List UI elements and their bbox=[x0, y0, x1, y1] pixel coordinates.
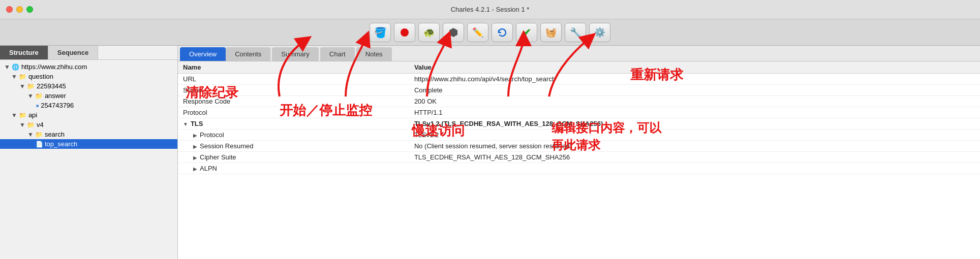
tree-label-top-search: top_search bbox=[45, 140, 77, 148]
tab-notes[interactable]: Notes bbox=[356, 47, 392, 61]
tree-label-254743796: 254743796 bbox=[41, 102, 74, 109]
tree-item-top-search[interactable]: 📄 top_search bbox=[0, 139, 177, 149]
settings-button[interactable]: ⚙️ bbox=[589, 23, 610, 42]
cell-name: ▶Protocol bbox=[178, 130, 409, 141]
expand-arrow-alpn[interactable]: ▶ bbox=[193, 166, 197, 172]
cell-name: Protocol bbox=[178, 107, 409, 118]
file-icon: 📄 bbox=[36, 141, 43, 148]
folder-icon-search: 📁 bbox=[35, 131, 43, 138]
cell-value: 200 OK bbox=[409, 96, 980, 107]
window-title: Charles 4.2.1 - Session 1 * bbox=[451, 6, 530, 13]
cell-name: URL bbox=[178, 74, 409, 85]
table-row-session-resumed: ▶Session Resumed No (Client session resu… bbox=[178, 141, 980, 152]
table-row: Protocol HTTP/1.1 bbox=[178, 107, 980, 118]
cell-name: Response Code bbox=[178, 96, 409, 107]
close-button[interactable] bbox=[6, 6, 13, 13]
content-tabs: Overview Contents Summary Chart Notes bbox=[178, 46, 980, 61]
cell-name: ▶Session Resumed bbox=[178, 141, 409, 152]
svg-point-0 bbox=[401, 28, 409, 37]
title-bar: Charles 4.2.1 - Session 1 * bbox=[0, 0, 980, 19]
content-area: Overview Contents Summary Chart Notes Na… bbox=[178, 46, 980, 259]
tree-item-22593445[interactable]: ▼ 📁 22593445 bbox=[0, 81, 177, 91]
refresh-button[interactable] bbox=[492, 23, 513, 42]
tree-label-api: api bbox=[28, 111, 37, 119]
cell-value: TLS_ECDHE_RSA_WITH_AES_128_GCM_SHA256 bbox=[409, 152, 980, 163]
sidebar: Structure Sequence ▼ 🌐 https://www.zhihu… bbox=[0, 46, 178, 259]
cell-value: https://www.zhihu.com/api/v4/search/top_… bbox=[409, 74, 980, 85]
tree-item-api[interactable]: ▼ 📁 api bbox=[0, 110, 177, 120]
tree-item-question[interactable]: ▼ 📁 question bbox=[0, 72, 177, 81]
tree-label-answer: answer bbox=[45, 92, 66, 100]
tab-chart[interactable]: Chart bbox=[320, 47, 355, 61]
expand-arrow-tls[interactable]: ▼ bbox=[183, 121, 188, 127]
tree-label-22593445: 22593445 bbox=[37, 82, 66, 90]
triangle-down-icon-3: ▼ bbox=[19, 83, 25, 90]
expand-arrow-cipher[interactable]: ▶ bbox=[193, 155, 197, 160]
tree-item-answer[interactable]: ▼ 📁 answer bbox=[0, 91, 177, 101]
folder-icon-22593445: 📁 bbox=[27, 83, 35, 90]
cell-value bbox=[409, 163, 980, 174]
cell-value: Complete bbox=[409, 85, 980, 96]
triangle-down-icon-2: ▼ bbox=[11, 73, 17, 80]
globe-icon: 🌐 bbox=[12, 63, 19, 71]
triangle-down-icon: ▼ bbox=[4, 63, 10, 71]
window-controls bbox=[6, 6, 33, 13]
record-button[interactable] bbox=[394, 23, 415, 42]
cell-name: ▼TLS bbox=[178, 118, 409, 130]
tools-button[interactable]: 🔧 bbox=[565, 23, 586, 42]
check-button[interactable]: ✔ bbox=[516, 23, 537, 42]
cell-value: TLSv1.2 (TLS_ECDHE_RSA_WITH_AES_128_GCM_… bbox=[409, 118, 980, 130]
table-row-tls: ▼TLS TLSv1.2 (TLS_ECDHE_RSA_WITH_AES_128… bbox=[178, 118, 980, 130]
circle-icon: ● bbox=[36, 102, 39, 109]
maximize-button[interactable] bbox=[26, 6, 33, 13]
tab-summary[interactable]: Summary bbox=[272, 47, 319, 61]
expand-arrow-session[interactable]: ▶ bbox=[193, 144, 197, 149]
tree-item-v4[interactable]: ▼ 📁 v4 bbox=[0, 120, 177, 130]
cell-name: Status bbox=[178, 85, 409, 96]
triangle-down-icon-7: ▼ bbox=[27, 131, 34, 138]
triangle-down-icon-6: ▼ bbox=[19, 121, 25, 128]
broom-button[interactable]: 🪣 bbox=[370, 23, 391, 42]
col-name: Name bbox=[178, 61, 409, 74]
svg-marker-1 bbox=[449, 28, 457, 37]
table-row-alpn: ▶ALPN bbox=[178, 163, 980, 174]
turtle-button[interactable]: 🐢 bbox=[418, 23, 440, 42]
stop-button[interactable] bbox=[443, 23, 464, 42]
main-area: Structure Sequence ▼ 🌐 https://www.zhihu… bbox=[0, 46, 980, 259]
tab-overview[interactable]: Overview bbox=[180, 47, 226, 61]
tree-item-zhihu[interactable]: ▼ 🌐 https://www.zhihu.com bbox=[0, 62, 177, 72]
folder-icon-api: 📁 bbox=[19, 112, 26, 119]
expand-arrow-protocol[interactable]: ▶ bbox=[193, 133, 197, 138]
table-row: URL https://www.zhihu.com/api/v4/search/… bbox=[178, 74, 980, 85]
tree-item-254743796[interactable]: ● 254743796 bbox=[0, 101, 177, 110]
tree-label-search: search bbox=[45, 131, 65, 138]
cell-name: ▶Cipher Suite bbox=[178, 152, 409, 163]
tab-contents[interactable]: Contents bbox=[226, 47, 270, 61]
sidebar-tab-sequence[interactable]: Sequence bbox=[48, 46, 98, 59]
tree-label-question: question bbox=[28, 73, 53, 80]
sidebar-tab-structure[interactable]: Structure bbox=[0, 46, 48, 59]
content-table: Name Value URL https://www.zhihu.com/api… bbox=[178, 61, 980, 259]
cell-name: ▶ALPN bbox=[178, 163, 409, 174]
sidebar-tabs: Structure Sequence bbox=[0, 46, 177, 60]
folder-icon-v4: 📁 bbox=[27, 121, 35, 128]
triangle-down-icon-4: ▼ bbox=[27, 92, 34, 100]
table-row-cipher: ▶Cipher Suite TLS_ECDHE_RSA_WITH_AES_128… bbox=[178, 152, 980, 163]
edit-button[interactable]: ✏️ bbox=[467, 23, 488, 42]
table-row: Status Complete bbox=[178, 85, 980, 96]
sidebar-tree: ▼ 🌐 https://www.zhihu.com ▼ 📁 question ▼… bbox=[0, 60, 177, 259]
cell-value: HTTP/1.1 bbox=[409, 107, 980, 118]
folder-icon-question: 📁 bbox=[19, 73, 26, 80]
minimize-button[interactable] bbox=[16, 6, 23, 13]
folder-icon-answer: 📁 bbox=[35, 92, 43, 100]
tree-label-zhihu: https://www.zhihu.com bbox=[21, 63, 87, 71]
table-row: Response Code 200 OK bbox=[178, 96, 980, 107]
tree-label-v4: v4 bbox=[37, 121, 44, 128]
basket-button[interactable]: 🧺 bbox=[540, 23, 562, 42]
table-row-protocol-tls: ▶Protocol TLSv1.2 bbox=[178, 130, 980, 141]
tree-item-search[interactable]: ▼ 📁 search bbox=[0, 130, 177, 139]
col-value: Value bbox=[409, 61, 980, 74]
cell-value: No (Client session resumed, server sessi… bbox=[409, 141, 980, 152]
triangle-down-icon-5: ▼ bbox=[11, 112, 17, 119]
toolbar: 🪣 🐢 ✏️ ✔ 🧺 🔧 ⚙️ bbox=[0, 19, 980, 46]
